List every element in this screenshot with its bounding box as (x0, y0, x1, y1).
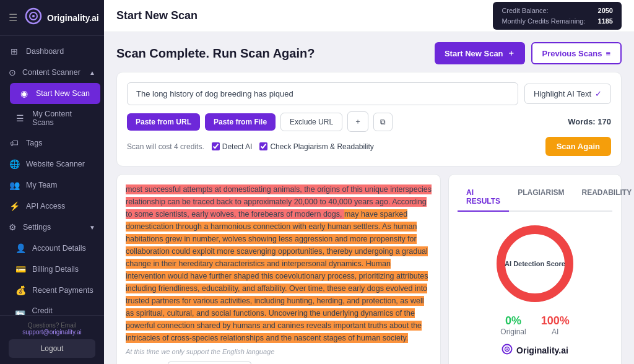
sidebar-label-team: My Team (26, 181, 57, 189)
sidebar-label-tags: Tags (26, 139, 42, 147)
account-icon: 👤 (15, 243, 26, 253)
previous-scans-button[interactable]: Previous Scans ≡ (531, 42, 622, 64)
scan-text-input[interactable]: The long history of dog breeding has piq… (127, 82, 518, 105)
sidebar: ☰ Originality.ai ⊞ Dashboard ⊙ Content S… (0, 0, 104, 364)
topbar: Start New Scan Credit Balance: 2050 Mont… (104, 0, 634, 32)
support-text: Questions? Email support@originality.ai (9, 322, 95, 336)
scan-input-panel: The long history of dog breeding has piq… (116, 72, 622, 167)
scan-options: Scan will cost 4 credits. Detect AI Chec… (127, 137, 611, 156)
support-email[interactable]: support@originality.ai (22, 329, 82, 336)
score-labels: 0% Original 100% AI (458, 314, 612, 336)
exclude-url-button[interactable]: Exclude URL (280, 113, 342, 131)
website-scanner-icon: 🌐 (9, 159, 20, 169)
settings-chevron-icon: ▼ (89, 224, 95, 231)
sidebar-item-start-new-scan[interactable]: ◉ Start New Scan (10, 83, 100, 104)
page-title: Start New Scan (116, 9, 198, 22)
paste-from-file-button[interactable]: Paste from File (205, 113, 276, 131)
cost-text: Scan will cost 4 credits. (127, 142, 204, 151)
sidebar-sub-settings: 👤 Account Details 💳 Billing Details 💰 Re… (0, 238, 104, 315)
ai-score: 100% AI (541, 314, 570, 336)
content-scanner-icon: ⊙ (9, 67, 16, 77)
left-column: most successful attempts at domesticatin… (116, 174, 441, 364)
sidebar-logo-text: Originality.ai (47, 13, 99, 23)
check-icon: ✓ (595, 89, 602, 98)
monthly-remaining-value: 1185 (598, 16, 613, 27)
detect-ai-checkbox[interactable] (212, 142, 220, 150)
copy-icon-button[interactable]: ⧉ (373, 113, 393, 131)
results-tabs: AI RESULTS PLAGIARISM READABILITY (458, 183, 612, 212)
topbar-right: Credit Balance: 2050 Monthly Credits Rem… (493, 2, 622, 30)
add-icon-button[interactable]: ＋ (347, 111, 368, 132)
content-area: Scan Complete. Run Scan Again? Start New… (104, 32, 634, 364)
detect-ai-checkbox-label[interactable]: Detect AI (212, 142, 253, 151)
scan-actions: Start New Scan ＋ Previous Scans ≡ (435, 42, 622, 64)
plus-icon: ＋ (507, 48, 515, 59)
credit-balance-label: Credit Balance: (502, 6, 548, 16)
monthly-remaining-label: Monthly Credits Remaining: (502, 16, 585, 27)
credit-info: Credit Balance: 2050 Monthly Credits Rem… (493, 2, 622, 30)
tab-ai-results[interactable]: AI RESULTS (458, 183, 509, 212)
highlight-ai-text-button[interactable]: Highlight AI Text ✓ (524, 84, 611, 104)
sidebar-item-account-details[interactable]: 👤 Account Details (6, 238, 104, 259)
ai-label: AI (541, 327, 570, 336)
scan-again-button[interactable]: Scan Again (545, 137, 611, 156)
ai-model-select[interactable]: 2.0 Current Model (168, 362, 251, 364)
tags-icon: 🏷 (9, 138, 20, 148)
sidebar-item-website-scanner[interactable]: 🌐 Website Scanner (0, 154, 104, 175)
sidebar-item-my-team[interactable]: 👥 My Team (0, 175, 104, 196)
original-score: 0% Original (500, 314, 526, 336)
tab-readability[interactable]: READABILITY (573, 183, 634, 212)
sidebar-label-subscription: Credit Subscription (32, 306, 95, 315)
original-pct: 0% (500, 314, 526, 327)
text-content: most successful attempts at domesticatin… (126, 183, 432, 344)
donut-container: AI Detection Score (458, 220, 612, 307)
sidebar-label-billing: Billing Details (32, 265, 79, 274)
billing-icon: 💳 (15, 264, 26, 274)
sidebar-item-recent-payments[interactable]: 💰 Recent Payments (6, 280, 104, 301)
sidebar-nav: ⊞ Dashboard ⊙ Content Scanner ▲ ◉ Start … (0, 36, 104, 315)
sidebar-item-my-content-scans[interactable]: ☰ My Content Scans (6, 104, 104, 132)
donut-center-label: AI Detection Score (505, 259, 565, 268)
sidebar-sub-content: ◉ Start New Scan ☰ My Content Scans (0, 83, 104, 132)
sidebar-item-dashboard[interactable]: ⊞ Dashboard (0, 41, 104, 62)
logout-button[interactable]: Logout (9, 339, 95, 358)
sidebar-item-billing-details[interactable]: 💳 Billing Details (6, 259, 104, 280)
chevron-icon: ▲ (89, 69, 95, 76)
two-col-layout: most successful attempts at domesticatin… (116, 174, 622, 364)
ai-pct: 100% (541, 314, 570, 327)
sidebar-header: ☰ Originality.ai (0, 0, 104, 36)
credit-balance-value: 2050 (598, 6, 613, 16)
svg-point-7 (506, 349, 508, 350)
svg-point-2 (32, 15, 35, 17)
main-area: Start New Scan Credit Balance: 2050 Mont… (104, 0, 634, 364)
sidebar-item-tags[interactable]: 🏷 Tags (0, 132, 104, 154)
plagiarism-checkbox[interactable] (259, 142, 267, 150)
highlighted-text-orange: may have sparked domestication through a… (126, 209, 428, 343)
originality-brand: Originality.ai (458, 344, 612, 357)
content-scans-icon: ☰ (15, 113, 26, 123)
hamburger-icon[interactable]: ☰ (9, 12, 17, 24)
plagiarism-checkbox-label[interactable]: Check Plagiarism & Readability (259, 142, 373, 151)
brand-logo-icon (502, 344, 513, 357)
tab-plagiarism[interactable]: PLAGIARISM (509, 183, 573, 212)
sidebar-item-content-scanner[interactable]: ⊙ Content Scanner ▲ (0, 62, 104, 83)
sidebar-item-credit-subscription[interactable]: 🔄 Credit Subscription (6, 301, 104, 315)
sidebar-label-account: Account Details (32, 244, 86, 253)
text-content-panel: most successful attempts at domesticatin… (116, 174, 441, 364)
sidebar-footer: Questions? Email support@originality.ai … (0, 315, 104, 364)
list-icon: ≡ (606, 49, 610, 58)
sidebar-label-website-scanner: Website Scanner (26, 160, 85, 168)
sidebar-item-settings[interactable]: ⚙ Settings ▼ (0, 217, 104, 238)
paste-from-url-button[interactable]: Paste from URL (127, 113, 200, 131)
sidebar-label-api: API Access (26, 202, 65, 210)
start-scan-icon: ◉ (19, 89, 30, 98)
words-count: Words: 170 (568, 117, 611, 126)
dashboard-icon: ⊞ (9, 46, 20, 56)
logo-icon (25, 7, 42, 28)
ai-detection-select-row: AI Detection 2.0 Current Model ⓘ (126, 362, 432, 364)
sidebar-label-start-scan: Start New Scan (36, 89, 90, 98)
start-new-scan-button[interactable]: Start New Scan ＋ (435, 42, 525, 64)
sidebar-label-content-scanner: Content Scanner (22, 68, 80, 77)
settings-icon: ⚙ (9, 222, 17, 232)
sidebar-item-api-access[interactable]: ⚡ API Access (0, 196, 104, 217)
